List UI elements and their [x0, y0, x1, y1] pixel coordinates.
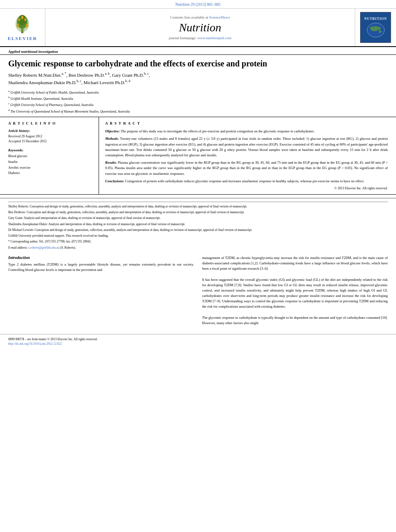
footnote-5: Dr Michael Leveritt: Conception and desi…: [8, 228, 388, 232]
author-1-sup: a, *: [61, 72, 66, 75]
homepage-label: journal homepage:: [169, 36, 196, 40]
results-text: Plasma glucose concentration was signifi…: [105, 160, 388, 175]
journal-ref-bar: Nutrition 29 (2013) 881–885: [0, 0, 396, 9]
copyright-text: © 2013 Elsevier Inc. All rights reserved…: [334, 186, 388, 190]
article-section-tag: Applied nutritional investigation: [0, 47, 396, 55]
methods-label: Methods:: [105, 137, 119, 141]
received-text: Received 29 August 2012: [8, 134, 92, 139]
abstract-objective: Objective: The purpose of this study was…: [105, 129, 388, 134]
abstract-conclusions: Conclusions: Coingestion of protein with…: [105, 179, 388, 184]
body-left-col: Introduction Type 2 diabetes mellitus (T…: [8, 251, 194, 326]
nutrition-logo-box: NUTRITION: [360, 12, 391, 43]
svg-point-7: [19, 18, 21, 21]
methods-text: Twenty-one volunteers (13 males and 8 fe…: [105, 137, 388, 157]
author-3-sup: b, c: [144, 72, 149, 75]
author-3-name: , Gary Grant Ph.D.: [110, 73, 144, 78]
footnote-4: Shailendra Anoopkumar-Dukie: Analysis an…: [8, 222, 388, 226]
footnote-3: Gary Grant: Analysis and interpretation …: [8, 216, 388, 220]
author-6-sup: b, d: [125, 79, 130, 83]
affiliation-c: c Griffith University School of Pharmacy…: [8, 101, 388, 108]
svg-point-6: [26, 24, 28, 27]
affiliation-b: b Griffith Health Institute, Queensland,…: [8, 95, 388, 101]
footer-issn: 0899-9007/$ – see front matter © 2013 El…: [8, 337, 388, 341]
footer-doi: http://dx.doi.org/10.1016/j.nut.2012.12.…: [8, 341, 388, 346]
elsevier-logo: ELSEVIER: [8, 14, 38, 41]
journal-header-center: Contents lists available at ScienceDirec…: [45, 9, 355, 46]
sciencedirect-label: Contents lists available at: [170, 15, 208, 19]
journal-ref-text: Nutrition 29 (2013) 881–885: [175, 2, 221, 7]
author-5-sup: b, c: [76, 79, 81, 83]
svg-point-4: [17, 24, 19, 27]
body-area: Shelley Roberts: Conception and design o…: [0, 198, 396, 326]
footnotes-section: Shelley Roberts: Conception and design o…: [8, 202, 388, 250]
elsevier-logo-area: ELSEVIER: [0, 9, 45, 46]
journal-title: Nutrition: [179, 21, 222, 34]
keyword-1: Blood glucose: [8, 153, 92, 159]
elsevier-text: ELSEVIER: [8, 36, 38, 41]
abstract-header: A B S T R A C T: [105, 121, 388, 125]
body-right-col: management of T2DM, as chronic hyperglyc…: [202, 251, 388, 326]
sciencedirect-line: Contents lists available at ScienceDirec…: [170, 15, 230, 19]
affiliations: a Griffith University School of Public H…: [0, 88, 396, 117]
journal-homepage-line: journal homepage: www.nutritionjrnl.com: [169, 36, 231, 40]
author-2-sup: a, b: [105, 72, 110, 75]
article-history-label: Article history:: [8, 129, 92, 133]
conclusions-label: Conclusions:: [105, 179, 124, 183]
abstract-col: A B S T R A C T Objective: The purpose o…: [99, 117, 388, 194]
affiliation-a: a Griffith University School of Public H…: [8, 89, 388, 95]
author-4-name: Shailendra Anoopkumar-Dukie Ph.D.: [8, 80, 76, 85]
article-info-col: A R T I C L E I N F O Article history: R…: [8, 117, 99, 194]
article-title: Glycemic response to carbohydrate and th…: [0, 56, 396, 71]
footnote-email: E-mail address: s.roberts@griffith.edu.a…: [8, 245, 388, 250]
intro-left-text: Type 2 diabetes mellitus (T2DM) is a lar…: [8, 262, 194, 273]
results-label: Results:: [105, 160, 117, 165]
intro-heading: Introduction: [8, 255, 194, 260]
homepage-link[interactable]: www.nutritionjrnl.com: [198, 36, 231, 40]
nutrition-globe-icon: [365, 22, 386, 38]
footnote-corresponding: * Corresponding author. Tel.: (07) 555 2…: [8, 239, 388, 244]
author-5-name: , Michael Leveritt Ph.D.: [81, 80, 125, 85]
footnote-2: Ben Desbrow: Conception and design of st…: [8, 210, 388, 214]
journal-header: ELSEVIER Contents lists available at Sci…: [0, 9, 396, 47]
authors-line: Shelley Roberts M.Nutr.Diet.a, *, Ben De…: [0, 71, 396, 88]
elsevier-tree-icon: [10, 14, 35, 35]
two-col-info: A R T I C L E I N F O Article history: R…: [0, 117, 396, 195]
keyword-2: Insulin: [8, 159, 92, 165]
journal-header-right: NUTRITION: [355, 9, 396, 46]
abstract-methods: Methods: Twenty-one volunteers (13 males…: [105, 136, 388, 158]
nutrition-logo-text: NUTRITION: [364, 17, 387, 21]
svg-point-8: [24, 18, 26, 21]
copyright-line: © 2013 Elsevier Inc. All rights reserved…: [105, 186, 388, 190]
doi-link[interactable]: http://dx.doi.org/10.1016/j.nut.2012.12.…: [8, 342, 62, 346]
page: Nutrition 29 (2013) 881–885: [0, 0, 396, 532]
author-comma: ,: [149, 73, 150, 78]
svg-point-5: [21, 15, 24, 19]
title-text: Glycemic response to carbohydrate and th…: [8, 59, 267, 68]
body-two-col: Introduction Type 2 diabetes mellitus (T…: [8, 251, 388, 326]
accepted-text: Accepted 15 December 2012: [8, 139, 92, 144]
affiliation-d: d The University of Queensland School of…: [8, 108, 388, 114]
objective-text: The purpose of this study was to investi…: [120, 129, 314, 133]
keyword-4: Diabetes: [8, 170, 92, 176]
email-link[interactable]: s.roberts@griffith.edu.au: [28, 246, 59, 250]
author-1-name: Shelley Roberts M.Nutr.Diet.: [8, 73, 61, 78]
objective-label: Objective:: [105, 129, 120, 133]
section-tag-text: Applied nutritional investigation: [8, 49, 58, 54]
author-2-name: , Ben Desbrow Ph.D.: [66, 73, 105, 78]
keyword-3: Aerobic exercise: [8, 165, 92, 171]
intro-right-text: management of T2DM, as chronic hyperglyc…: [202, 255, 388, 326]
sciencedirect-link[interactable]: ScienceDirect: [209, 15, 230, 19]
keywords-label: Keywords:: [8, 148, 92, 152]
conclusions-text: Coingestion of protein with carbohydrate…: [125, 179, 364, 183]
abstract-results: Results: Plasma glucose concentration wa…: [105, 160, 388, 177]
footnote-funding: Griffith University provided material su…: [8, 233, 388, 238]
article-info-header: A R T I C L E I N F O: [8, 121, 92, 125]
footnote-1: Shelley Roberts: Conception and design o…: [8, 204, 388, 209]
bottom-footer: 0899-9007/$ – see front matter © 2013 El…: [0, 334, 396, 348]
